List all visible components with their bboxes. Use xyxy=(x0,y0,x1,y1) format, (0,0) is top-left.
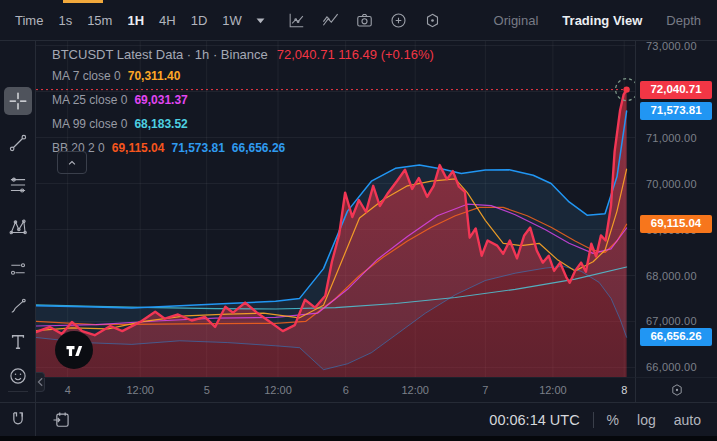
price-tick: 68,000.00 xyxy=(646,269,697,283)
interval-1s[interactable]: 1s xyxy=(51,9,79,32)
price-tick: 73,000.00 xyxy=(646,39,697,53)
interval-time[interactable]: Time xyxy=(8,9,50,32)
price-badge: 72,040.71 xyxy=(640,81,712,99)
interval-1h[interactable]: 1H xyxy=(120,9,151,32)
time-axis[interactable]: 412:00512:00612:00712:008 xyxy=(36,377,635,402)
horizontal-lines-icon xyxy=(8,175,28,195)
long-position-icon xyxy=(8,259,28,279)
indicator-value: 69,115.04 xyxy=(112,141,165,155)
line-chart-button[interactable] xyxy=(284,7,310,33)
axis-settings-corner[interactable] xyxy=(635,377,717,402)
interval-15m[interactable]: 15m xyxy=(80,9,119,32)
bottom-strip xyxy=(0,436,717,441)
go-to-date-button[interactable] xyxy=(51,410,71,430)
tab-original[interactable]: Original xyxy=(494,13,539,28)
top-toolbar: Time1s15m1H4H1D1W OriginalTrading ViewDe… xyxy=(0,0,717,41)
text-icon xyxy=(8,332,28,352)
time-tick: 12:00 xyxy=(118,384,162,396)
log-scale-button[interactable]: log xyxy=(637,412,656,428)
price-badge: 71,573.81 xyxy=(640,102,712,120)
last-price-readout: 72,040.71 116.49 (+0.16%) xyxy=(277,47,434,62)
tool-crosshair[interactable] xyxy=(4,87,32,115)
tool-text[interactable] xyxy=(4,328,32,356)
interval-group: Time1s15m1H4H1D1W xyxy=(8,9,249,32)
indicator-value: 71,573.81 xyxy=(171,141,224,155)
interval-1w[interactable]: 1W xyxy=(215,9,249,32)
percent-scale-button[interactable]: % xyxy=(607,412,619,428)
toolbar-separator xyxy=(8,391,28,392)
indicator-value: 70,311.40 xyxy=(128,69,181,83)
interval-1d[interactable]: 1D xyxy=(184,9,215,32)
indicator-row[interactable]: MA 99 close 068,183.52 xyxy=(52,112,472,136)
price-tick: 70,000.00 xyxy=(646,177,697,191)
area-chart-button[interactable] xyxy=(318,7,344,33)
price-badge: 66,656.26 xyxy=(640,328,712,346)
indicator-value: 68,183.52 xyxy=(134,117,187,131)
symbol-title-row[interactable]: BTCUSDT Latest Data · 1h · Binance 72,04… xyxy=(52,47,472,62)
price-tick: 67,000.00 xyxy=(646,314,697,328)
magnet-icon xyxy=(8,410,28,430)
tool-magnet[interactable] xyxy=(4,406,32,434)
indicator-row[interactable]: MA 7 close 070,311.40 xyxy=(52,64,472,88)
auto-scale-button[interactable]: auto xyxy=(674,412,701,428)
price-tick: 71,000.00 xyxy=(646,131,697,145)
view-tabs: OriginalTrading ViewDepth xyxy=(494,13,717,28)
tool-horizontal-lines[interactable] xyxy=(4,171,32,199)
tool-trend-line[interactable] xyxy=(4,129,32,157)
tab-trading-view[interactable]: Trading View xyxy=(562,13,642,28)
indicator-label: MA 99 close 0 xyxy=(52,117,127,131)
hexagon-dot-icon xyxy=(669,382,685,398)
symbol-title: BTCUSDT Latest Data · 1h · Binance xyxy=(52,47,268,62)
tradingview-chart-app: Time1s15m1H4H1D1W OriginalTrading ViewDe… xyxy=(0,0,717,441)
clock[interactable]: 00:06:14 UTC xyxy=(489,412,579,428)
camera-icon xyxy=(355,11,374,30)
drawing-toolbar xyxy=(0,41,36,402)
tv-logo-icon xyxy=(62,338,86,362)
time-tick: 7 xyxy=(463,384,507,396)
chart-legend: BTCUSDT Latest Data · 1h · Binance 72,04… xyxy=(52,47,472,160)
tab-depth[interactable]: Depth xyxy=(666,13,701,28)
brush-icon xyxy=(8,296,28,316)
goto-date-icon xyxy=(51,410,71,430)
time-tick: 4 xyxy=(46,384,90,396)
emoji-icon xyxy=(8,366,28,386)
hexagon-dot-icon xyxy=(423,11,442,30)
time-tick: 12:00 xyxy=(531,384,575,396)
indicator-row[interactable]: BB 20 2 069,115.0471,573.8166,656.26 xyxy=(52,136,472,160)
hexagon-dot-button[interactable] xyxy=(420,7,446,33)
tool-brush[interactable] xyxy=(4,292,32,320)
tool-emoji[interactable] xyxy=(4,362,32,390)
price-badge: 69,115.04 xyxy=(640,215,712,233)
crosshair-icon xyxy=(8,91,28,111)
camera-button[interactable] xyxy=(352,7,378,33)
tool-long-position[interactable] xyxy=(4,255,32,283)
price-axis[interactable]: 73,000.0072,000.0071,000.0070,000.0069,0… xyxy=(635,41,717,377)
interval-4h[interactable]: 4H xyxy=(152,9,183,32)
scale-buttons: %logauto xyxy=(607,412,717,428)
legend-collapse-button[interactable] xyxy=(57,151,87,174)
area-chart-icon xyxy=(321,11,340,30)
plus-circle-icon xyxy=(389,11,408,30)
trend-line-icon xyxy=(8,133,28,153)
time-tick: 12:00 xyxy=(256,384,300,396)
indicator-row[interactable]: MA 25 close 069,031.37 xyxy=(52,88,472,112)
bottom-divider xyxy=(593,412,594,428)
indicator-label: MA 25 close 0 xyxy=(52,93,127,107)
toolbar-icon-group xyxy=(284,7,446,33)
price-chart[interactable]: BTCUSDT Latest Data · 1h · Binance 72,04… xyxy=(36,41,635,377)
legend-rows: MA 7 close 070,311.40MA 25 close 069,031… xyxy=(52,64,472,160)
tradingview-logo[interactable] xyxy=(55,331,93,369)
time-tick: 12:00 xyxy=(393,384,437,396)
interval-menu-caret-icon[interactable] xyxy=(251,11,270,30)
price-tick: 66,000.00 xyxy=(646,360,697,374)
tool-xabcd-pattern[interactable] xyxy=(4,213,32,241)
top-accent-bar xyxy=(63,0,103,3)
indicator-label: MA 7 close 0 xyxy=(52,69,121,83)
magnet-cell xyxy=(0,403,36,436)
chevron-up-icon xyxy=(65,156,79,170)
line-chart-icon xyxy=(287,11,306,30)
xabcd-pattern-icon xyxy=(8,217,28,237)
last-point-marker xyxy=(623,86,629,92)
bottom-toolbar: 00:06:14 UTC %logauto xyxy=(0,402,717,436)
plus-circle-button[interactable] xyxy=(386,7,412,33)
